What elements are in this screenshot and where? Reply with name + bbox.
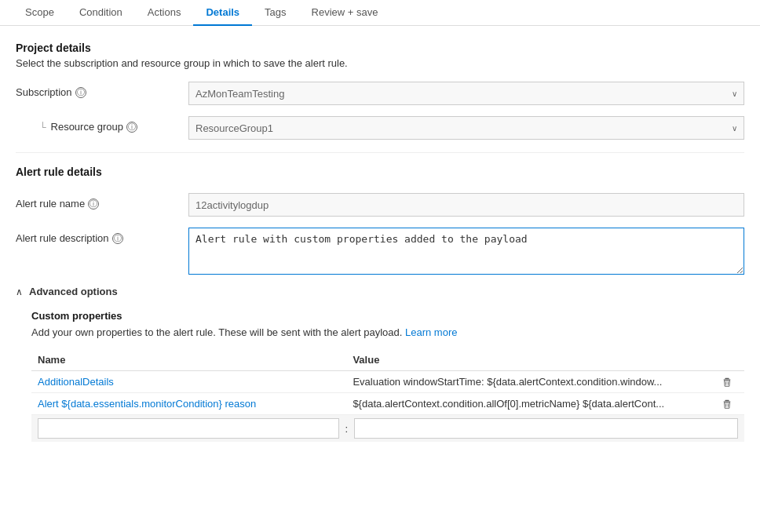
alert-rule-description-textarea[interactable]: Alert rule with custom properties added … [188, 228, 744, 275]
alert-rule-name-info-icon[interactable]: ⓘ [88, 199, 99, 210]
svg-rect-5 [724, 401, 731, 402]
delete-prop-button-0[interactable] [716, 377, 738, 388]
section-divider-1 [16, 152, 744, 153]
alert-rule-desc-info-icon[interactable]: ⓘ [112, 233, 123, 244]
alert-rule-description-row: Alert rule description ⓘ Alert rule with… [16, 228, 744, 275]
tab-review-save[interactable]: Review + save [299, 0, 391, 26]
subscription-chevron-icon: ∨ [732, 89, 737, 98]
subscription-label: Subscription ⓘ [16, 82, 188, 98]
subscription-value: AzMonTeamTesting [195, 88, 284, 100]
alert-rule-description-label: Alert rule description ⓘ [16, 228, 188, 244]
delete-prop-button-1[interactable] [716, 399, 738, 410]
project-details-section: Project details Select the subscription … [16, 42, 744, 140]
alert-rule-name-input[interactable]: 12activitylogdup [188, 193, 744, 217]
alert-rule-name-value: 12activitylogdup [195, 199, 269, 211]
svg-rect-0 [725, 377, 729, 378]
resource-group-chevron-icon: ∨ [732, 124, 737, 133]
custom-prop-name-0[interactable]: AdditionalDetails [38, 376, 353, 388]
main-content: Project details Select the subscription … [0, 26, 760, 457]
advanced-options-section: ∧ Advanced options Custom properties Add… [16, 286, 744, 442]
svg-rect-1 [724, 379, 731, 380]
tab-navigation: Scope Condition Actions Details Tags Rev… [0, 0, 760, 26]
tab-tags[interactable]: Tags [252, 0, 298, 26]
custom-properties-container: Custom properties Add your own propertie… [16, 310, 744, 442]
custom-prop-name-1[interactable]: Alert ${data.essentials.monitorCondition… [38, 398, 353, 410]
resource-group-info-icon[interactable]: ⓘ [126, 122, 137, 133]
custom-prop-value-0: Evaluation windowStartTime: ${data.alert… [353, 376, 716, 388]
alert-rule-details-title: Alert rule details [16, 166, 744, 178]
custom-prop-row-1: Alert ${data.essentials.monitorCondition… [31, 393, 744, 415]
subscription-row: Subscription ⓘ AzMonTeamTesting ∨ [16, 82, 744, 105]
advanced-options-toggle[interactable]: ∧ Advanced options [16, 286, 744, 297]
new-prop-value-input[interactable] [354, 418, 738, 439]
new-prop-name-input[interactable] [38, 418, 339, 439]
new-property-row: : [31, 415, 744, 442]
advanced-collapse-icon: ∧ [16, 286, 23, 297]
tab-details[interactable]: Details [193, 0, 252, 26]
custom-properties-desc: Add your own properties to the alert rul… [31, 326, 744, 338]
resource-group-row: └ Resource group ⓘ ResourceGroup1 ∨ [16, 116, 744, 140]
alert-rule-name-row: Alert rule name ⓘ 12activitylogdup [16, 193, 744, 217]
col-header-value: Value [353, 354, 738, 366]
project-details-title: Project details [16, 42, 744, 54]
subscription-dropdown[interactable]: AzMonTeamTesting ∨ [188, 82, 744, 105]
delete-icon-1 [722, 399, 733, 410]
project-details-desc: Select the subscription and resource gro… [16, 57, 744, 69]
alert-rule-name-label: Alert rule name ⓘ [16, 193, 188, 210]
learn-more-link[interactable]: Learn more [405, 326, 457, 338]
new-prop-separator: : [345, 423, 349, 435]
resource-group-value: ResourceGroup1 [195, 122, 273, 134]
delete-icon-0 [722, 377, 733, 388]
custom-properties-title: Custom properties [31, 310, 744, 322]
custom-prop-row-0: AdditionalDetails Evaluation windowStart… [31, 371, 744, 393]
custom-props-table-header: Name Value [31, 349, 744, 371]
col-header-name: Name [38, 354, 353, 366]
alert-rule-details-section: Alert rule details Alert rule name ⓘ 12a… [16, 166, 744, 275]
tab-scope[interactable]: Scope [13, 0, 67, 26]
resource-group-dropdown[interactable]: ResourceGroup1 ∨ [188, 116, 744, 140]
resource-group-label: └ Resource group ⓘ [39, 116, 188, 133]
svg-rect-4 [725, 399, 729, 400]
custom-prop-value-1: ${data.alertContext.condition.allOf[0].m… [353, 398, 716, 410]
tab-actions[interactable]: Actions [135, 0, 194, 26]
tab-condition[interactable]: Condition [67, 0, 135, 26]
subscription-info-icon[interactable]: ⓘ [75, 87, 86, 98]
advanced-options-title: Advanced options [29, 286, 118, 297]
